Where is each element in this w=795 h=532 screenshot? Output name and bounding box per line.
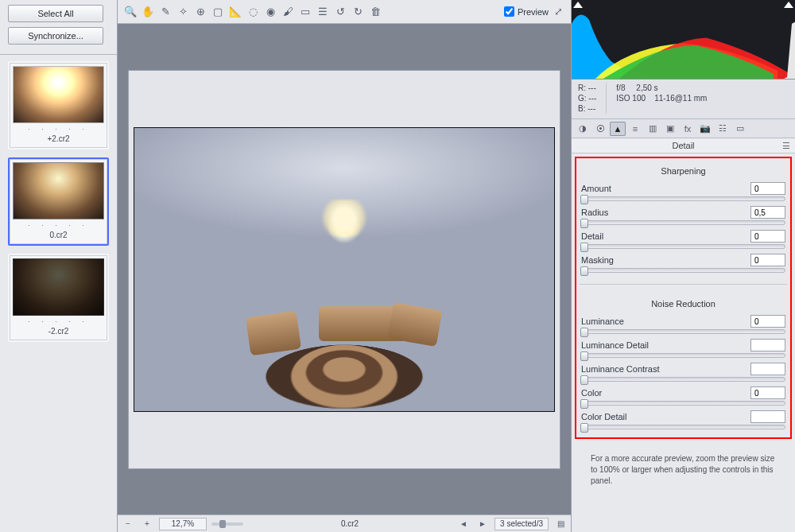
thumbnail-image: [13, 162, 104, 219]
color-detail-label: Color Detail: [581, 412, 626, 421]
status-filename: 0.cr2: [248, 519, 452, 528]
tab-lens-icon[interactable]: ▣: [662, 122, 678, 136]
luminance-contrast-input[interactable]: [750, 363, 785, 375]
detail-label: Detail: [581, 231, 603, 241]
amount-label: Amount: [581, 184, 611, 193]
thumbnail-card[interactable]: · · · · ·-2.cr2: [8, 254, 109, 342]
param-amount: Amount: [581, 182, 785, 201]
zoom-out-icon[interactable]: −: [121, 519, 135, 528]
tab-curve-icon[interactable]: ⦿: [592, 122, 608, 136]
histogram[interactable]: [572, 0, 795, 80]
graduated-filter-tool-icon[interactable]: ▭: [297, 4, 313, 20]
radius-slider[interactable]: [581, 220, 785, 225]
preview-toggle[interactable]: Preview: [504, 6, 549, 17]
param-color: Color: [581, 386, 785, 406]
noise-header: Noise Reduction: [581, 299, 785, 310]
luminance-slider[interactable]: [581, 329, 785, 334]
color-detail-slider[interactable]: [581, 425, 785, 429]
param-radius: Radius: [581, 206, 785, 225]
adjustment-brush-tool-icon[interactable]: 🖌: [280, 4, 296, 20]
thumbnail-rating-dots[interactable]: · · · · ·: [13, 317, 104, 325]
exif-lens: ISO 100 11-16@11 mm: [616, 93, 707, 103]
tab-hsl-icon[interactable]: ≡: [627, 122, 643, 136]
panel-menu-icon[interactable]: ☰: [782, 141, 790, 151]
shadow-clip-warning-icon[interactable]: [573, 2, 583, 8]
thumbnail-rating-dots[interactable]: · · · · ·: [13, 125, 104, 133]
filmstrip-toggle-icon[interactable]: ▤: [553, 519, 568, 528]
trash-icon[interactable]: 🗑: [367, 4, 383, 20]
param-luminance: Luminance: [581, 315, 785, 334]
hand-tool-icon[interactable]: ✋: [140, 4, 156, 20]
spot-removal-tool-icon[interactable]: ◌: [245, 4, 261, 20]
preview-checkbox[interactable]: [504, 6, 514, 17]
straighten-tool-icon[interactable]: 📐: [227, 4, 243, 20]
thumbnail-filename: 0.cr2: [13, 231, 104, 239]
exif-readout: R: --- G: --- B: --- f/8 2,50 s ISO 100 …: [572, 80, 795, 119]
fullscreen-icon[interactable]: ⤢: [550, 4, 566, 20]
synchronize-button[interactable]: Synchronize...: [8, 27, 103, 45]
tab-split-icon[interactable]: ▥: [645, 122, 661, 136]
rotate-cw-icon[interactable]: ↻: [350, 4, 366, 20]
white-balance-tool-icon[interactable]: ✎: [157, 4, 173, 20]
prev-image-icon[interactable]: ◄: [456, 519, 471, 528]
tab-snapshots-icon[interactable]: ▭: [732, 122, 748, 136]
detail-slider[interactable]: [581, 244, 785, 249]
zoom-tool-icon[interactable]: 🔍: [122, 4, 138, 20]
readout-b: B: ---: [578, 103, 596, 114]
thumbnail-rating-dots[interactable]: · · · · ·: [13, 221, 104, 229]
thumbnail-image: [13, 66, 104, 123]
luminance-detail-input[interactable]: [750, 339, 785, 351]
thumbnail-filename: +2.cr2: [13, 134, 104, 143]
sharpening-header: Sharpening: [581, 166, 785, 177]
preview-label: Preview: [518, 7, 549, 17]
luminance-detail-label: Luminance Detail: [581, 340, 649, 350]
masking-label: Masking: [581, 255, 614, 265]
thumbnail-image: [13, 258, 104, 316]
thumbnail-filename: -2.cr2: [13, 327, 104, 336]
color-sampler-tool-icon[interactable]: ✧: [175, 4, 191, 20]
right-panel: R: --- G: --- B: --- f/8 2,50 s ISO 100 …: [571, 0, 795, 532]
photo-preview[interactable]: [134, 127, 555, 412]
tab-basic-icon[interactable]: ◑: [575, 122, 591, 136]
readout-g: G: ---: [578, 93, 596, 103]
filmstrip[interactable]: · · · · ·+2.cr2· · · · ·0.cr2· · · · ·-2…: [0, 55, 117, 532]
amount-slider[interactable]: [581, 196, 785, 201]
param-masking: Masking: [581, 254, 785, 273]
tab-fx-icon[interactable]: fx: [680, 122, 696, 136]
prefs-icon[interactable]: ☰: [315, 4, 331, 20]
amount-input[interactable]: [750, 182, 785, 195]
tab-camera-icon[interactable]: 📷: [697, 122, 713, 136]
masking-input[interactable]: [750, 254, 785, 266]
targeted-adjust-tool-icon[interactable]: ⊕: [192, 4, 208, 20]
main-toolbar: 🔍 ✋ ✎ ✧ ⊕ ▢ 📐 ◌ ◉ 🖌 ▭ ☰ ↺ ↻ 🗑 Preview ⤢: [118, 0, 571, 24]
photo-frame: [129, 71, 560, 468]
next-image-icon[interactable]: ►: [475, 519, 490, 528]
masking-slider[interactable]: [581, 268, 785, 273]
param-color-detail: Color Detail: [581, 410, 785, 429]
tab-detail-icon[interactable]: ▲: [610, 122, 626, 136]
select-all-button[interactable]: Select All: [8, 5, 103, 22]
thumbnail-card[interactable]: · · · · ·+2.cr2: [8, 61, 109, 150]
crop-tool-icon[interactable]: ▢: [210, 4, 226, 20]
redeye-tool-icon[interactable]: ◉: [262, 4, 278, 20]
color-input[interactable]: [750, 386, 785, 399]
color-slider[interactable]: [581, 401, 785, 406]
zoom-slider[interactable]: [211, 522, 243, 526]
tab-presets-icon[interactable]: ☷: [715, 122, 731, 136]
status-bar: − + 12,7% 0.cr2 ◄ ► 3 selected/3 ▤: [118, 515, 571, 532]
canvas-area[interactable]: [118, 24, 571, 515]
highlight-clip-warning-icon[interactable]: [784, 2, 793, 8]
color-detail-input[interactable]: [750, 410, 785, 423]
detail-panel: Sharpening Amount Radius Detail: [575, 157, 792, 439]
luminance-input[interactable]: [750, 315, 785, 328]
thumbnail-card[interactable]: · · · · ·0.cr2: [8, 157, 109, 246]
rotate-ccw-icon[interactable]: ↺: [332, 4, 348, 20]
zoom-in-icon[interactable]: +: [140, 519, 154, 528]
luminance-detail-slider[interactable]: [581, 353, 785, 358]
zoom-value[interactable]: 12,7%: [159, 518, 207, 530]
luminance-contrast-label: Luminance Contrast: [581, 364, 659, 374]
radius-input[interactable]: [750, 206, 785, 219]
detail-input[interactable]: [750, 230, 785, 243]
panel-name: Detail ☰: [572, 138, 795, 153]
luminance-contrast-slider[interactable]: [581, 377, 785, 382]
